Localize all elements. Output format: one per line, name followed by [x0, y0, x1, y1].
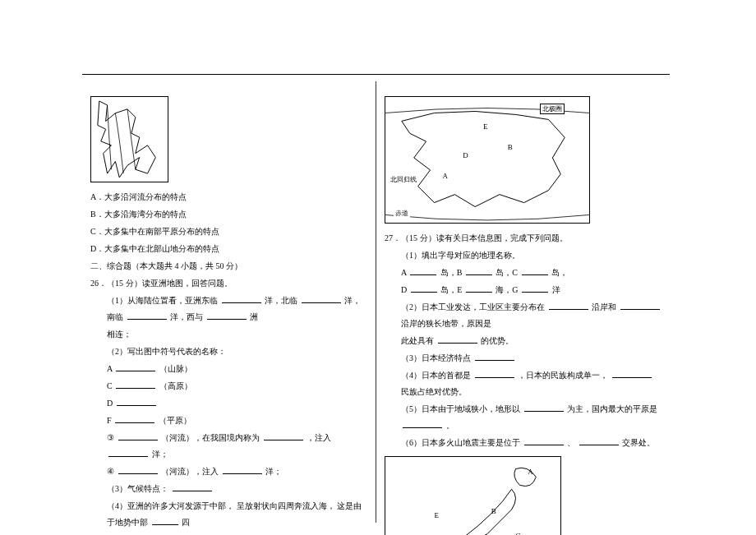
blank — [173, 483, 212, 491]
q27-4a: （4）日本的首都是 — [401, 371, 471, 380]
q27-3-text: （3）日本经济特点 — [401, 353, 471, 362]
label-3: ③ — [107, 433, 114, 442]
blank — [264, 432, 303, 440]
map-japan: A B E G — [385, 456, 561, 535]
text-3b: （河流），在我国境内称为 — [161, 433, 260, 442]
q26-4-rivers-cont: 周 。（高、低） — [90, 532, 367, 535]
right-column: E B D A 北极圈 北回归线 赤道 27．（15 分）读有关日本信息图，完成… — [376, 81, 670, 523]
q26-1-text-e: 洲 — [250, 312, 258, 321]
label-tropic-cancer: 北回归线 — [389, 175, 418, 184]
q27-3: （3）日本经济特点 — [385, 350, 662, 367]
blank — [524, 404, 564, 412]
svg-text:G: G — [516, 532, 522, 535]
blank — [152, 517, 178, 525]
blank — [118, 432, 158, 440]
q26-1-text-d: 洋，西与 — [170, 312, 203, 321]
suffix-G: 洋 — [552, 285, 560, 294]
text-4c: 洋； — [265, 467, 282, 476]
q27-5b: 为主，国内最大的平原是 — [567, 404, 657, 413]
suffix-E: 海，G — [496, 285, 518, 294]
blank — [108, 449, 148, 457]
blank — [579, 437, 619, 445]
blank — [549, 302, 588, 310]
blank — [207, 311, 247, 320]
q26-3-climate: （3）气候特点： — [90, 481, 367, 497]
q27-1: （1）填出字母对应的地理名称。 — [385, 247, 662, 264]
svg-text:D: D — [463, 151, 468, 159]
blank — [612, 370, 652, 378]
q27-heading: 27．（15 分）读有关日本信息图，完成下列问题。 — [385, 230, 662, 247]
label-D: D — [401, 285, 407, 294]
blank — [475, 353, 514, 361]
blank — [475, 370, 514, 378]
option-a: A．大多沿河流分布的特点 — [90, 189, 367, 205]
blank — [522, 284, 548, 293]
q27-6b: 、 — [567, 438, 575, 447]
q27-2d: 此处具有 — [401, 336, 434, 345]
q27-2b: 沿岸和 — [592, 302, 616, 311]
label-4: ④ — [107, 467, 114, 476]
blank — [620, 302, 660, 310]
q26-3-text: （3）气候特点： — [107, 484, 168, 493]
label-A: A — [401, 268, 407, 277]
q26-4b-text: 四 — [182, 518, 190, 527]
blank — [115, 415, 154, 423]
two-column-layout: A．大多沿河流分布的特点 B．大多沿海湾分布的特点 C．大多集中在南部平原分布的… — [82, 75, 670, 523]
q27-6: （6）日本多火山地震主要是位于 、 交界处。 — [385, 435, 662, 451]
svg-text:E: E — [434, 511, 438, 519]
q27-4b: ，日本的民族构成单一， — [518, 371, 608, 380]
map-asia: E B D A 北极圈 北回归线 赤道 — [385, 96, 590, 224]
option-b: B．大多沿海湾分布的特点 — [90, 206, 367, 223]
blank — [524, 437, 564, 445]
blank — [411, 284, 437, 293]
blank — [116, 363, 155, 371]
blank — [118, 466, 158, 474]
q27-6a: （6）日本多火山地震主要是位于 — [401, 438, 520, 447]
svg-text:E: E — [483, 122, 487, 131]
blank — [410, 267, 436, 275]
q26-river3: ③ （河流），在我国境内称为 ，注入 洋； — [90, 430, 367, 463]
suffix-B: 岛，C — [496, 268, 518, 277]
page-frame: A．大多沿河流分布的特点 B．大多沿海湾分布的特点 C．大多集中在南部平原分布的… — [82, 74, 670, 523]
q26-2: （2）写出图中符号代表的名称： — [90, 344, 367, 360]
q27-2c: 沿岸的狭长地带，原因是 — [401, 319, 491, 328]
q26-D: D — [90, 395, 367, 412]
blank — [438, 335, 477, 344]
suffix-C: 岛， — [551, 268, 568, 277]
q26-4-rivers: （4）亚洲的许多大河发源于中部， 呈放射状向四周奔流入海， 这是由于地势中部 四 — [90, 498, 367, 531]
suffix-F: （平原） — [159, 416, 191, 425]
text-4b: （河流），注入 — [161, 467, 219, 476]
q27-DEG: D 岛，E 海，G 洋 — [385, 282, 662, 298]
q26-heading: 26．（15 分）读亚洲地图，回答问题。 — [90, 275, 367, 292]
label-arctic-circle: 北极圈 — [540, 104, 565, 114]
blank — [223, 466, 262, 474]
q27-2-cont: 此处具有 的优势。 — [385, 333, 662, 349]
q27-ABC: A 岛，B 岛，C 岛， — [385, 265, 662, 281]
suffix-A: 岛，B — [440, 268, 463, 277]
q27-5a: （5）日本由于地域狭小，地形以 — [401, 404, 520, 413]
svg-text:A: A — [442, 172, 448, 180]
option-c: C．大多集中在南部平原分布的特点 — [90, 224, 367, 240]
label-C: C — [107, 381, 113, 390]
text-3c: ，注入 — [307, 433, 331, 442]
blank — [116, 380, 155, 389]
suffix-C: （高原） — [159, 381, 192, 390]
svg-rect-0 — [91, 97, 168, 182]
suffix-A: （山脉） — [159, 364, 192, 373]
q27-4: （4）日本的首都是 ，日本的民族构成单一， 民族占绝对优势。 — [385, 367, 662, 400]
q26-1-text-a: （1）从海陆位置看，亚洲东临 — [107, 296, 218, 305]
q26-A: A （山脉） — [90, 361, 367, 377]
q26-1-text-b: 洋，北临 — [265, 296, 297, 305]
option-d: D．大多集中在北部山地分布的特点 — [90, 241, 367, 257]
svg-text:B: B — [508, 143, 513, 151]
q27-5c: 。 — [446, 421, 454, 430]
svg-text:A: A — [528, 468, 533, 476]
blank — [466, 267, 492, 275]
text-3d: 洋； — [152, 450, 168, 459]
q27-6c: 交界处。 — [622, 438, 655, 447]
blank — [127, 311, 167, 320]
q26-1-cont: 相连； — [90, 326, 367, 343]
label-F: F — [107, 416, 112, 425]
q27-4c: 民族占绝对优势。 — [401, 387, 467, 396]
q26-1: （1）从海陆位置看，亚洲东临 洋，北临 洋，南临 洋，西与 洲 — [90, 293, 367, 325]
